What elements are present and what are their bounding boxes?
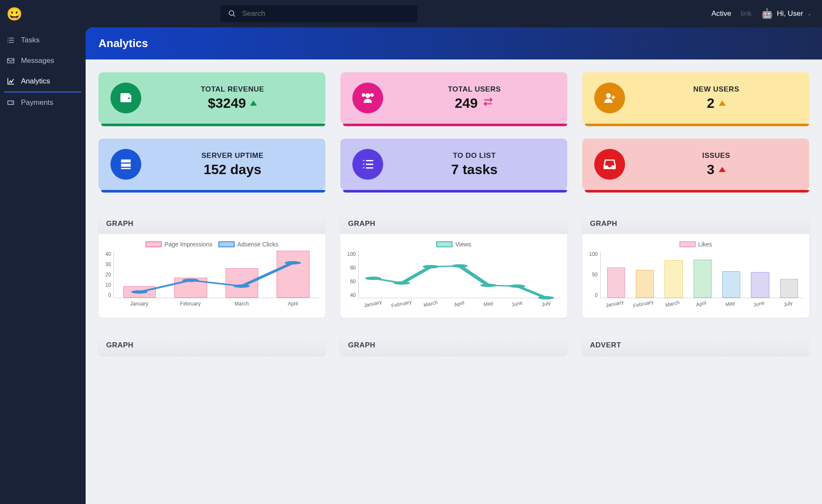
stat-card-yellow[interactable]: NEW USERS 2 <box>582 72 809 124</box>
chart-bar <box>607 267 625 298</box>
svg-point-3 <box>285 261 301 264</box>
stat-value: 249 <box>393 95 555 111</box>
swap-icon <box>482 95 494 111</box>
stat-value: 2 <box>635 95 797 111</box>
chevron-down-icon: ⌄ <box>807 11 811 17</box>
graph-card: GRAPH <box>98 335 325 356</box>
stat-card-pink[interactable]: TOTAL USERS 249 <box>340 72 567 124</box>
inbox-icon <box>594 149 625 180</box>
sidebar-item-label: Analytics <box>21 77 50 86</box>
advert-title: ADVERT <box>582 335 809 356</box>
legend-item: Likes <box>679 241 712 248</box>
chart-bar <box>751 272 769 298</box>
stat-card-blue[interactable]: SERVER UPTIME 152 days <box>98 139 325 190</box>
svg-point-8 <box>480 284 497 287</box>
logo: 😀 <box>0 6 86 30</box>
search-input[interactable] <box>242 9 410 18</box>
stat-label: ISSUES <box>635 151 797 160</box>
topbar: Active link 🤖 Hi, User ⌄ <box>86 0 822 27</box>
graph-title: GRAPH <box>98 335 325 356</box>
chart-yaxis: 100500 <box>589 251 600 298</box>
stat-value: 3 <box>635 162 797 178</box>
chart-plot <box>358 251 560 298</box>
legend-item: Adsense Clicks <box>218 241 278 248</box>
chart-bar <box>636 270 654 298</box>
svg-point-9 <box>509 285 525 288</box>
stat-label: TOTAL REVENUE <box>152 85 313 94</box>
sidebar-item-payments[interactable]: Payments <box>0 92 86 113</box>
trend-up-icon <box>719 101 726 106</box>
page-header: Analytics <box>86 27 822 59</box>
graph-title: GRAPH <box>98 213 325 234</box>
chart-xaxis: JanuaryFebruaryMarchAprilMayJuneJuly <box>600 301 802 307</box>
svg-point-0 <box>131 290 148 294</box>
chart-legend: Likes <box>589 241 802 248</box>
user-greeting: Hi, User <box>777 9 803 18</box>
stat-label: SERVER UPTIME <box>152 151 313 160</box>
graph-card: GRAPH Likes 100500 JanuaryFebruaryMarchA… <box>582 213 809 318</box>
user-menu[interactable]: 🤖 Hi, User ⌄ <box>761 8 811 19</box>
svg-point-10 <box>538 296 554 299</box>
chart-line <box>114 251 319 298</box>
chart-line <box>359 251 560 298</box>
users-icon <box>352 83 383 113</box>
graph-card: GRAPH <box>340 335 567 356</box>
stat-value: 152 days <box>152 162 313 178</box>
chart-bar <box>694 260 712 298</box>
chart-xaxis: JanuaryFebruaryMarchApril <box>113 301 319 307</box>
graph-title: GRAPH <box>340 335 567 356</box>
sidebar: 😀 Tasks Messages Analytics Payments <box>0 0 86 504</box>
sidebar-item-label: Messages <box>21 56 54 65</box>
graph-card: GRAPH Page ImpressionsAdsense Clicks 403… <box>98 213 325 318</box>
envelope-icon <box>6 56 15 65</box>
topbar-link[interactable]: link <box>741 9 752 18</box>
tasks-icon <box>6 36 15 44</box>
legend-item: Views <box>436 241 471 248</box>
stat-value: 7 tasks <box>393 162 555 178</box>
graph-title: GRAPH <box>582 213 809 234</box>
trend-up-icon <box>250 101 257 106</box>
stat-card-purple[interactable]: TO DO LIST 7 tasks <box>340 139 567 190</box>
sidebar-item-label: Payments <box>21 98 54 107</box>
chart-yaxis: 403020100 <box>105 251 113 298</box>
topbar-active-link[interactable]: Active <box>712 9 731 18</box>
stat-label: TO DO LIST <box>393 151 555 160</box>
search-icon <box>228 9 236 18</box>
svg-point-4 <box>365 277 381 280</box>
search-box[interactable] <box>220 5 417 22</box>
graph-title: GRAPH <box>340 213 567 234</box>
user-plus-icon <box>594 83 625 113</box>
sidebar-item-analytics[interactable]: Analytics <box>4 71 81 92</box>
svg-point-5 <box>394 282 410 285</box>
stat-label: TOTAL USERS <box>393 85 555 94</box>
svg-point-2 <box>234 285 250 288</box>
sidebar-item-label: Tasks <box>21 36 39 44</box>
trend-up-icon <box>719 167 726 172</box>
list-icon <box>352 149 383 180</box>
chart-bar <box>664 260 682 298</box>
svg-point-7 <box>452 264 468 268</box>
chart-plot <box>113 251 319 298</box>
chart-legend: Page ImpressionsAdsense Clicks <box>105 241 319 248</box>
stat-card-red[interactable]: ISSUES 3 <box>582 139 809 190</box>
wallet-icon <box>6 98 15 107</box>
chart-xaxis: JanuaryFebruaryMarchAprilMayJuneJuly <box>358 301 560 307</box>
page-title: Analytics <box>98 37 809 50</box>
chart-plot <box>600 251 802 298</box>
stat-value: $3249 <box>152 95 313 111</box>
avatar: 🤖 <box>761 8 773 19</box>
sidebar-item-tasks[interactable]: Tasks <box>0 30 86 50</box>
advert-card: ADVERT <box>582 335 809 356</box>
stat-card-green[interactable]: TOTAL REVENUE $3249 <box>98 72 325 124</box>
wallet-icon <box>110 83 141 113</box>
svg-point-6 <box>423 265 439 268</box>
chart-legend: Views <box>347 241 560 248</box>
svg-point-1 <box>182 279 199 282</box>
server-icon <box>110 149 141 180</box>
chart-yaxis: 100806040 <box>347 251 358 298</box>
sidebar-item-messages[interactable]: Messages <box>0 50 86 71</box>
chart-icon <box>6 77 15 86</box>
chart-bar <box>722 271 740 298</box>
stat-label: NEW USERS <box>635 85 797 94</box>
graph-card: GRAPH Views 100806040 JanuaryFebruaryMar… <box>340 213 567 318</box>
